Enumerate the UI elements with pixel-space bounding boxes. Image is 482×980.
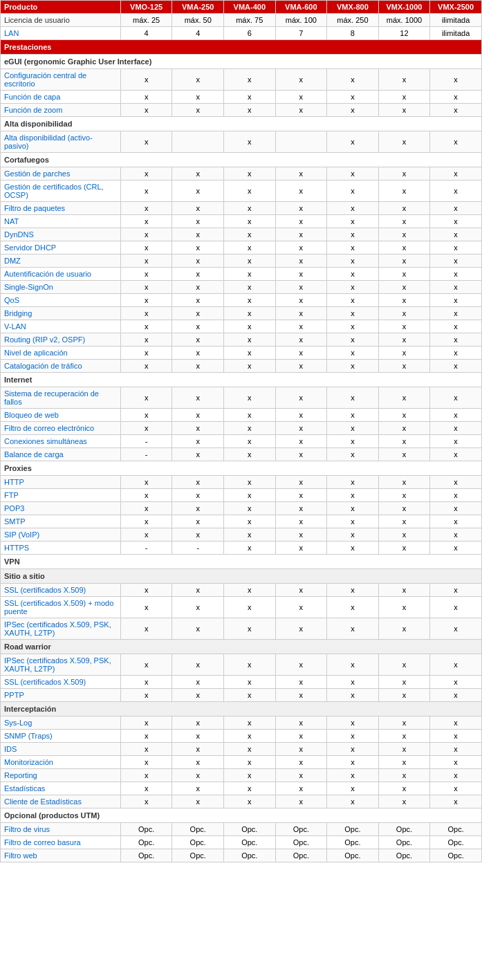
feature-value-col-6: x [430, 268, 482, 281]
feature-value-col-2: Opc. [224, 823, 276, 836]
column-header-6: VMX-1000 [378, 1, 430, 14]
feature-value-col-0: Opc. [120, 849, 172, 862]
feature-value-col-4: x [327, 769, 379, 782]
sub-group-label: Road warrior [1, 640, 482, 654]
feature-value-col-0: - [120, 448, 172, 461]
feature-row: HTTPxxxxxxx [1, 476, 482, 489]
feature-value-col-5: máx. 1000 [378, 14, 430, 27]
feature-value-col-5: x [378, 584, 430, 597]
feature-value-col-5: Opc. [378, 823, 430, 836]
group-label-row: eGUI (ergonomic Graphic User Interface) [1, 55, 482, 69]
feature-value-col-5: x [378, 676, 430, 689]
feature-row: HTTPS--xxxxx [1, 542, 482, 555]
feature-row: Función de capaxxxxxxx [1, 91, 482, 104]
feature-row: Routing (RIP v2, OSPF)xxxxxxx [1, 333, 482, 346]
feature-value-col-6: x [430, 730, 482, 743]
group-label: eGUI (ergonomic Graphic User Interface) [1, 55, 482, 69]
feature-value-col-6: x [430, 448, 482, 461]
feature-value-col-0: x [120, 69, 172, 91]
feature-value-col-4: máx. 250 [327, 14, 379, 27]
feature-value-col-3: x [275, 320, 327, 333]
feature-label: HTTPS [1, 542, 121, 555]
feature-label: QoS [1, 294, 121, 307]
feature-value-col-2: x [224, 584, 276, 597]
feature-label: FTP [1, 489, 121, 502]
feature-value-col-4: x [327, 131, 379, 153]
feature-value-col-3: x [275, 104, 327, 117]
feature-value-col-2: x [224, 743, 276, 756]
feature-value-col-3: x [275, 769, 327, 782]
feature-value-col-0: x [120, 91, 172, 104]
feature-value-col-3: x [275, 360, 327, 373]
feature-row: FTPxxxxxxx [1, 489, 482, 502]
feature-value-col-1: - [172, 542, 224, 555]
feature-value-col-4: x [327, 307, 379, 320]
feature-value-col-3: x [275, 782, 327, 795]
feature-value-col-3: Opc. [275, 836, 327, 849]
feature-label: Nivel de aplicación [1, 346, 121, 360]
feature-value-col-5: x [378, 597, 430, 618]
feature-value-col-0: x [120, 294, 172, 307]
feature-value-col-1: x [172, 689, 224, 702]
feature-value-col-4: x [327, 448, 379, 461]
feature-value-col-2: x [224, 241, 276, 255]
sub-group-label-row: Sitio a sitio [1, 569, 482, 584]
feature-value-col-3: x [275, 756, 327, 769]
feature-value-col-3: x [275, 476, 327, 489]
feature-value-col-3: x [275, 91, 327, 104]
feature-value-col-5: x [378, 255, 430, 268]
feature-value-col-1: x [172, 476, 224, 489]
group-label: Alta disponibilidad [1, 117, 482, 131]
feature-row: Autentificación de usuarioxxxxxxx [1, 268, 482, 281]
feature-value-col-2: x [224, 281, 276, 294]
feature-value-col-0: x [120, 241, 172, 255]
feature-value-col-1: Opc. [172, 836, 224, 849]
feature-row: Filtro de correo electrónicoxxxxxxx [1, 422, 482, 435]
feature-value-col-6: x [430, 476, 482, 489]
feature-value-col-5: x [378, 281, 430, 294]
feature-value-col-4: x [327, 91, 379, 104]
feature-row: Sistema de recuperación de fallosxxxxxxx [1, 387, 482, 409]
feature-row: Servidor DHCPxxxxxxx [1, 241, 482, 255]
feature-value-col-5: x [378, 360, 430, 373]
feature-value-col-4: x [327, 435, 379, 448]
feature-value-col-4: x [327, 422, 379, 435]
feature-value-col-5: x [378, 542, 430, 555]
feature-value-col-5: x [378, 756, 430, 769]
group-label-row: Opcional (productos UTM) [1, 808, 482, 823]
feature-value-col-1: x [172, 307, 224, 320]
feature-row: Estadísticasxxxxxxx [1, 782, 482, 795]
feature-value-col-5: x [378, 409, 430, 422]
feature-value-col-0: x [120, 215, 172, 228]
feature-value-col-2: x [224, 515, 276, 528]
feature-value-col-5: x [378, 91, 430, 104]
feature-value-col-5: Opc. [378, 836, 430, 849]
feature-value-col-4: x [327, 584, 379, 597]
feature-value-col-0: máx. 25 [120, 14, 172, 27]
feature-label: IDS [1, 743, 121, 756]
feature-value-col-4: x [327, 294, 379, 307]
feature-row: SSL (certificados X.509)xxxxxxx [1, 676, 482, 689]
feature-value-col-3: x [275, 202, 327, 215]
feature-value-col-5: x [378, 435, 430, 448]
feature-value-col-0: - [120, 542, 172, 555]
feature-value-col-2: x [224, 618, 276, 640]
feature-value-col-1: x [172, 387, 224, 409]
feature-value-col-4: x [327, 795, 379, 808]
feature-value-col-0: x [120, 756, 172, 769]
feature-value-col-4: x [327, 542, 379, 555]
feature-value-col-5: x [378, 228, 430, 241]
feature-label: Balance de carga [1, 448, 121, 461]
feature-value-col-6: x [430, 241, 482, 255]
feature-value-col-2: x [224, 91, 276, 104]
feature-value-col-2: x [224, 268, 276, 281]
feature-label: NAT [1, 215, 121, 228]
group-label: Opcional (productos UTM) [1, 808, 482, 823]
feature-value-col-0: x [120, 307, 172, 320]
feature-value-col-6: x [430, 489, 482, 502]
feature-row: Conexiones simultáneas-xxxxxx [1, 435, 482, 448]
feature-value-col-5: x [378, 320, 430, 333]
feature-value-col-5: x [378, 131, 430, 153]
feature-value-col-4: x [327, 528, 379, 542]
feature-value-col-2: x [224, 782, 276, 795]
